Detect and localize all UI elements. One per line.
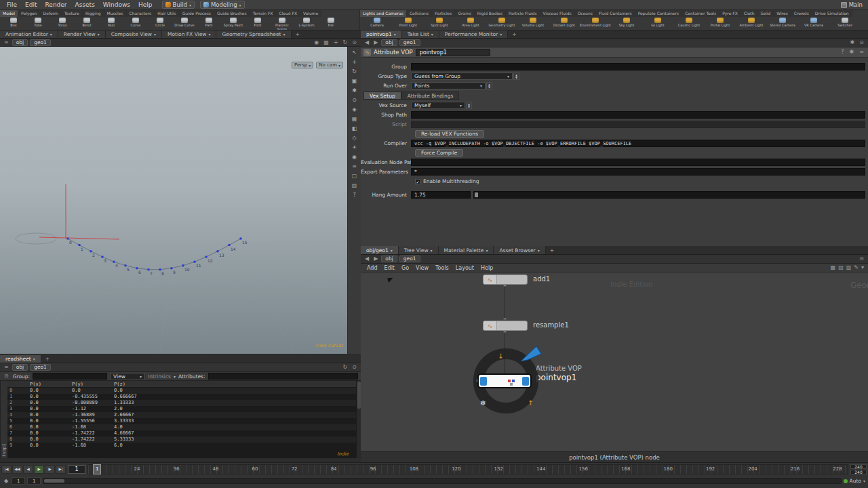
shelf-tool[interactable]: Camera bbox=[361, 17, 393, 30]
table-row[interactable]: 5 0.0 -1.55556 3.33333 bbox=[7, 418, 356, 424]
shelf-tool[interactable]: Draw Curve bbox=[172, 17, 197, 30]
menu-item[interactable]: Add bbox=[363, 265, 381, 271]
table-row[interactable]: 6 0.0 -1.68 4.0 bbox=[7, 424, 356, 430]
range-sub-field[interactable]: 1 bbox=[27, 477, 41, 485]
no-cam-menu[interactable]: No cam▾ bbox=[316, 62, 343, 68]
shelf-tool[interactable]: Curve bbox=[123, 17, 148, 30]
shelf-tool[interactable]: Area Light bbox=[455, 17, 486, 30]
shelf-tool[interactable]: Box bbox=[1, 17, 26, 30]
shelf-tab[interactable]: Particles bbox=[432, 10, 455, 17]
refresh-icon[interactable]: ↻ bbox=[342, 365, 349, 370]
shelf-tab[interactable]: Cloud FX bbox=[276, 10, 300, 17]
shelf-tool[interactable]: Bend bbox=[75, 17, 99, 30]
viewport-tool-icon[interactable]: ◧ bbox=[352, 126, 357, 131]
viewport-tool-icon[interactable]: ◉ bbox=[352, 155, 357, 160]
shelf-tab[interactable]: Pyro FX bbox=[719, 10, 741, 17]
node-input-flag[interactable] bbox=[480, 377, 487, 386]
pane-menu-icon[interactable]: ≡ bbox=[3, 365, 10, 370]
shelf-tab[interactable]: Deform bbox=[41, 10, 62, 17]
menu-item[interactable]: Help bbox=[134, 1, 157, 9]
shelf-tool[interactable]: Tube bbox=[26, 17, 50, 30]
menu-item[interactable]: Windows bbox=[99, 1, 134, 9]
viewport-tool-icon[interactable]: ☀ bbox=[352, 145, 357, 150]
shelf-tab[interactable]: Model bbox=[0, 10, 18, 17]
menu-item[interactable]: Go bbox=[398, 265, 412, 271]
transport-button[interactable]: ▶| bbox=[56, 465, 66, 474]
shelf-tab[interactable]: Characters bbox=[127, 10, 155, 17]
table-row[interactable]: 8 0.0 -1.74222 5.33333 bbox=[7, 436, 356, 443]
shelf-tool[interactable]: Switcher bbox=[829, 17, 861, 30]
pane-tab[interactable]: Motion FX View▾ bbox=[162, 30, 216, 38]
group-type-dropdown[interactable]: Guess from Group ▾ bbox=[411, 73, 513, 80]
menu-icon[interactable]: ≡ bbox=[858, 49, 865, 55]
tab-vex-setup[interactable]: Vex Setup bbox=[363, 92, 401, 100]
transport-button[interactable]: |◀ bbox=[1, 465, 12, 474]
chevron-down-icon[interactable]: ▾ bbox=[860, 265, 865, 270]
viewport-tool-icon[interactable]: ? bbox=[353, 192, 355, 198]
table-row[interactable]: 3 0.0 -1.12 2.0 bbox=[7, 406, 356, 412]
pin-icon[interactable]: ⊙ bbox=[3, 373, 10, 379]
pane-tab[interactable]: Material Palette▾ bbox=[439, 246, 494, 254]
curve-points-group[interactable]: 0123456789101112131415 bbox=[66, 237, 248, 276]
viewport-tool-icon[interactable]: ▦ bbox=[352, 117, 357, 122]
node-display-flag[interactable] bbox=[522, 377, 529, 386]
keyframe-icon[interactable]: ◆ bbox=[3, 479, 9, 484]
pane-tab[interactable]: Animation Editor▾ bbox=[0, 30, 58, 38]
transport-button[interactable]: ◀ bbox=[23, 465, 33, 474]
table-row[interactable]: 0 0.0 0.0 0.0 bbox=[7, 388, 356, 394]
shelf-tab[interactable]: Lights and Cameras bbox=[360, 10, 407, 17]
circle-primitive[interactable] bbox=[16, 233, 56, 244]
menu-item[interactable]: Assets bbox=[71, 1, 99, 9]
update-mode-control[interactable]: Auto ▾ bbox=[844, 478, 865, 484]
menu-item[interactable]: Help bbox=[477, 265, 496, 271]
node-pointvop1[interactable] bbox=[477, 373, 532, 388]
compiler-input[interactable]: vcc -q $VOP_INCLUDEPATH -o $VOP_OBJECTFI… bbox=[411, 140, 865, 147]
camera-menu[interactable]: Persp▾ bbox=[292, 62, 313, 68]
menu-item[interactable]: File bbox=[3, 1, 21, 9]
path-obj[interactable]: obj bbox=[12, 364, 28, 371]
shelf-tool[interactable]: GI Light bbox=[642, 17, 673, 30]
shelf-tool[interactable]: Portal Light bbox=[705, 17, 736, 30]
viewport-tool-icon[interactable]: ⊙ bbox=[352, 98, 357, 103]
gear-icon[interactable]: ✱ bbox=[849, 40, 856, 45]
shelf-tool[interactable]: Point Light bbox=[393, 17, 424, 30]
shelf-tab[interactable]: Oceans bbox=[575, 10, 596, 17]
export-parameters-input[interactable]: * bbox=[411, 168, 865, 176]
pin-icon[interactable]: ⊙ bbox=[351, 365, 358, 370]
pane-tab[interactable]: pointvop1▾ bbox=[361, 30, 402, 38]
input-connector[interactable] bbox=[503, 318, 507, 320]
table-row[interactable]: 7 0.0 -1.74222 4.66667 bbox=[7, 430, 356, 436]
group-input[interactable] bbox=[411, 63, 865, 70]
path-obj[interactable]: obj bbox=[381, 256, 397, 262]
group-filter-input[interactable] bbox=[33, 373, 107, 380]
shelf-tab[interactable]: Populate Containers bbox=[635, 10, 682, 17]
path-geo1[interactable]: geo1 bbox=[399, 256, 420, 262]
table-row[interactable]: 1 0.0 -0.435555 0.666667 bbox=[7, 394, 356, 400]
path-obj[interactable]: obj bbox=[12, 39, 28, 46]
viewport-tool-icon[interactable]: ✱ bbox=[352, 88, 357, 94]
shelf-tab[interactable]: Hair Utils bbox=[155, 10, 179, 17]
viewport-tool-icon[interactable]: ▤ bbox=[352, 183, 357, 188]
viewport-tool-icon[interactable]: ≡ bbox=[352, 164, 357, 169]
menu-item[interactable]: Render bbox=[41, 1, 71, 9]
scrollbar-thumb[interactable] bbox=[357, 382, 361, 409]
pin-icon[interactable]: ⊙ bbox=[858, 256, 865, 262]
shelf-tool[interactable]: Volume Light bbox=[517, 17, 549, 30]
transport-button[interactable]: ◀◀ bbox=[12, 465, 22, 474]
new-tab-button[interactable]: + bbox=[292, 30, 304, 38]
shelf-tool[interactable]: File bbox=[319, 17, 343, 30]
forward-icon[interactable]: ▶ bbox=[372, 256, 379, 262]
node-name-field[interactable]: pointvop1 bbox=[416, 49, 490, 56]
path-obj[interactable]: obj bbox=[381, 39, 397, 46]
output-connector[interactable] bbox=[503, 331, 507, 333]
shelf-tool[interactable]: Geometry Light bbox=[486, 17, 517, 30]
frame-ruler[interactable]: 1243648607284961081201321441561681801922… bbox=[87, 464, 848, 474]
pin-icon[interactable]: ⊙ bbox=[351, 40, 358, 45]
transport-button[interactable]: ▶ bbox=[34, 465, 44, 474]
shelf-tool[interactable]: Spot Light bbox=[424, 17, 455, 30]
pane-tab[interactable]: Take List▾ bbox=[402, 30, 439, 38]
template-flag-icon[interactable]: ↑ bbox=[528, 400, 533, 407]
range-start-field[interactable]: 1 bbox=[12, 477, 25, 485]
pane-tab[interactable]: readsheet▾ bbox=[0, 355, 41, 363]
script-input[interactable] bbox=[411, 121, 865, 128]
